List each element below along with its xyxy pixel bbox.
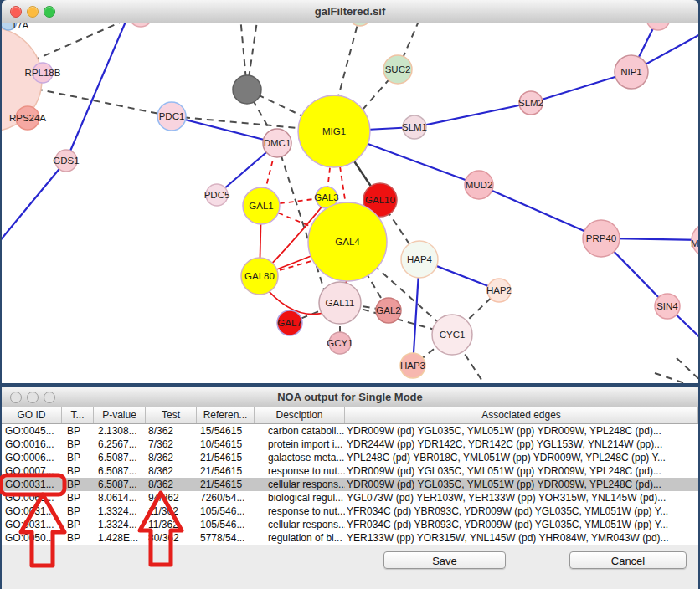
node-label-PDC1: PDC1 <box>159 111 185 121</box>
node-gray-node[interactable] <box>233 75 261 104</box>
cell: cellular respons... <box>255 518 345 531</box>
minimize-button[interactable] <box>27 392 39 403</box>
table-row[interactable]: GO:0016...BP6.2567...7/36210/54615protei… <box>2 438 698 451</box>
cell: 8/362 <box>146 451 197 464</box>
node-label-GAL10: GAL10 <box>365 195 395 205</box>
column-header-referen-[interactable]: Referen... <box>197 407 255 423</box>
node-label-GAL1: GAL1 <box>249 201 273 211</box>
cell: BP <box>62 464 94 478</box>
node-top-center-pink[interactable] <box>129 23 152 27</box>
cell: YGL073W (pd) YER103W, YER133W (pp) YOR31… <box>345 491 698 504</box>
cell: 1.3324... <box>94 518 146 531</box>
cell: GO:0045... <box>2 424 62 438</box>
cell: YDR244W (pp) YDR142C, YDR142C (pp) YGL15… <box>345 438 698 451</box>
node-label-PRP40: PRP40 <box>586 233 616 243</box>
node-label-RPL18B: RPL18B <box>25 68 61 78</box>
node-top-center-green[interactable] <box>349 23 371 26</box>
cell: 5778/54... <box>197 531 255 545</box>
cell: cellular respons... <box>255 478 345 491</box>
cell: 8/362 <box>146 464 197 478</box>
cell: protein import i... <box>255 438 345 451</box>
cell: 8/362 <box>146 424 197 438</box>
cell: carbon cataboli... <box>255 424 345 438</box>
cell: 1.3324... <box>94 504 146 518</box>
close-button[interactable] <box>10 392 22 403</box>
column-header-t-[interactable]: T... <box>62 407 94 423</box>
cell: GO:0050... <box>2 531 62 545</box>
network-graph: 17ARPL18BRPS24AGDS1PDC1DMC1MIG1SLM1SLM2N… <box>2 23 698 383</box>
cell: 21/54615 <box>197 464 255 478</box>
table-row[interactable]: GO:0065...BP8.0614...94/3627260/54...bio… <box>2 491 698 504</box>
network-canvas[interactable]: 17ARPL18BRPS24AGDS1PDC1DMC1MIG1SLM1SLM2N… <box>2 23 698 383</box>
cell: 105/546... <box>197 518 255 531</box>
node-label-SUC2: SUC2 <box>385 64 411 74</box>
network-window: galFiltered.sif 17ARPL18BRPS24AGDS1PDC1D… <box>2 0 698 383</box>
save-button[interactable]: Save <box>383 551 506 569</box>
table-row[interactable]: GO:0031...BP1.3324...11/362105/546...res… <box>2 504 698 518</box>
dialog-buttons: Save Cancel <box>2 551 698 570</box>
cell: 6.5087... <box>94 451 146 464</box>
table-row[interactable]: GO:0031...BP6.5087...8/36221/54615cellul… <box>2 478 698 491</box>
node-label-SLM2: SLM2 <box>518 98 543 108</box>
node-label-SLM1: SLM1 <box>402 122 427 132</box>
cell: BP <box>62 518 94 531</box>
node-label-GAL7: GAL7 <box>277 318 301 328</box>
column-header-p-value[interactable]: P-value <box>94 407 146 423</box>
table-row[interactable]: GO:0045...BP2.1308...8/36215/54615carbon… <box>2 424 698 438</box>
node-label-GAL4: GAL4 <box>335 237 360 247</box>
cell: GO:0031... <box>2 518 62 531</box>
cell: GO:0006... <box>2 451 62 464</box>
node-label-GAL80: GAL80 <box>244 271 275 281</box>
cell: BP <box>62 438 94 451</box>
cell: YPL248C (pd) YBR018C, YML051W (pp) YDR00… <box>345 451 698 464</box>
cell: 94/362 <box>146 491 197 504</box>
network-window-titlebar[interactable]: galFiltered.sif <box>2 0 698 23</box>
cell: regulation of bi... <box>255 531 345 545</box>
cell: YFR034C (pd) YBR093C, YDR009W (pd) YGL03… <box>345 518 698 531</box>
cell: GO:0016... <box>2 438 62 451</box>
table-row[interactable]: GO:0050...BP1.428E...80/3625778/54...reg… <box>2 531 698 545</box>
cell: GO:0031... <box>2 504 62 518</box>
column-header-associated-edges[interactable]: Associated edges <box>345 407 698 423</box>
cell: 105/546... <box>197 504 255 518</box>
cell: YER133W (pp) YOR315W, YNL145W (pd) YHR08… <box>345 531 698 545</box>
cell: 10/54615 <box>197 438 255 451</box>
node-label-MIG1: MIG1 <box>322 126 346 136</box>
node-label-GAL2: GAL2 <box>376 305 400 315</box>
cell: 7260/54... <box>197 491 255 504</box>
cell: response to nut... <box>255 464 345 478</box>
cell: 8/362 <box>146 478 197 491</box>
noa-window-titlebar[interactable]: NOA output for Single Mode <box>2 387 698 407</box>
cell: 11/362 <box>146 518 197 531</box>
edge <box>66 23 136 161</box>
cell: biological regul... <box>255 491 345 504</box>
node-top-right-pink[interactable] <box>646 23 670 30</box>
cell: 6.5087... <box>94 464 146 478</box>
cancel-button[interactable]: Cancel <box>569 551 687 569</box>
table-row[interactable]: GO:0007...BP6.5087...8/36221/54615respon… <box>2 464 698 478</box>
results-table-header: GO IDT...P-valueTestReferen...Desciption… <box>2 407 698 424</box>
cell: response to nut... <box>255 504 345 518</box>
cell: 11/362 <box>146 504 197 518</box>
results-table: GO:0045...BP2.1308...8/36215/54615carbon… <box>2 424 698 545</box>
cell: BP <box>62 491 94 504</box>
node-label-GAL3: GAL3 <box>314 192 338 202</box>
minimize-button[interactable] <box>27 6 39 18</box>
cell: YDR009W (pd) YGL035C, YML051W (pp) YDR00… <box>345 478 698 491</box>
zoom-button[interactable] <box>44 392 55 403</box>
window-controls <box>10 387 55 407</box>
zoom-button[interactable] <box>44 6 55 18</box>
table-row[interactable]: GO:0006...BP6.5087...8/36221/54615galact… <box>2 451 698 464</box>
cell: BP <box>62 504 94 518</box>
column-header-test[interactable]: Test <box>146 407 197 423</box>
column-header-desciption[interactable]: Desciption <box>255 407 345 423</box>
table-row[interactable]: GO:0031...BP1.3324...11/362105/546...cel… <box>2 518 698 531</box>
node-label-MUD2: MUD2 <box>466 180 493 190</box>
node-label-HAP4: HAP4 <box>407 254 433 264</box>
close-button[interactable] <box>10 6 22 18</box>
cell: 8.0614... <box>94 491 146 504</box>
node-label-GDS1: GDS1 <box>53 156 79 166</box>
column-header-go-id[interactable]: GO ID <box>2 407 62 423</box>
cell: YDR009W (pd) YGL035C, YML051W (pp) YDR00… <box>345 464 698 478</box>
cell: 2.1308... <box>94 424 146 438</box>
